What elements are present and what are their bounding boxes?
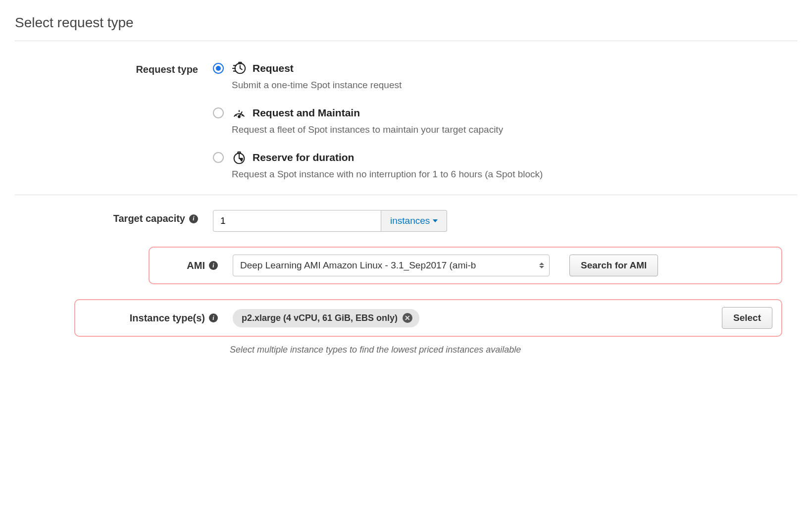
divider xyxy=(15,41,797,41)
radio-option-request[interactable]: Request Submit a one-time Spot instance … xyxy=(213,61,688,91)
clock-fast-icon xyxy=(232,61,247,76)
label-text: Request type xyxy=(136,64,198,75)
target-capacity-input[interactable] xyxy=(213,210,381,232)
instance-types-help: Select multiple instance types to find t… xyxy=(230,345,547,355)
radio-title: Request xyxy=(253,62,294,74)
label-text: Target capacity xyxy=(113,213,185,224)
instance-type-tag: p2.xlarge (4 vCPU, 61 GiB, EBS only) ✕ xyxy=(233,309,419,327)
label-ami: AMI i xyxy=(158,260,223,271)
select-instance-types-button[interactable]: Select xyxy=(722,307,772,329)
clock-duration-icon xyxy=(232,150,247,165)
divider xyxy=(15,195,797,195)
unit-label: instances xyxy=(390,215,430,226)
row-instance-types: Instance type(s) i p2.xlarge (4 vCPU, 61… xyxy=(15,299,797,337)
chevron-down-icon xyxy=(433,219,438,222)
section-title: Select request type xyxy=(15,15,797,31)
info-icon[interactable]: i xyxy=(209,261,218,270)
search-ami-button[interactable]: Search for AMI xyxy=(569,255,658,276)
row-ami: AMI i Deep Learning AMI Amazon Linux - 3… xyxy=(15,247,797,284)
svg-rect-4 xyxy=(238,152,241,154)
remove-tag-icon[interactable]: ✕ xyxy=(403,313,412,323)
label-target-capacity: Target capacity i xyxy=(15,210,213,224)
info-icon[interactable]: i xyxy=(209,313,218,322)
radio-input[interactable] xyxy=(213,63,224,74)
row-target-capacity: Target capacity i instances xyxy=(15,210,797,232)
select-arrows-icon xyxy=(539,262,544,268)
request-type-options: Request Submit a one-time Spot instance … xyxy=(213,61,688,180)
radio-option-reserve-duration[interactable]: Reserve for duration Request a Spot inst… xyxy=(213,150,688,180)
radio-input[interactable] xyxy=(213,107,224,118)
row-request-type: Request type Request Submit a one-time S… xyxy=(15,61,797,180)
radio-desc: Request a Spot instance with no interrup… xyxy=(232,169,543,180)
target-capacity-group: instances xyxy=(213,210,688,232)
radio-title: Request and Maintain xyxy=(253,107,360,119)
radio-title: Reserve for duration xyxy=(253,152,354,163)
radio-input[interactable] xyxy=(213,152,224,163)
radio-desc: Request a fleet of Spot instances to mai… xyxy=(232,124,503,135)
info-icon[interactable]: i xyxy=(189,214,198,223)
label-text: AMI xyxy=(187,260,205,271)
label-request-type: Request type xyxy=(15,61,213,75)
label-text: Instance type(s) xyxy=(130,312,205,324)
ami-selected-text: Deep Learning AMI Amazon Linux - 3.1_Sep… xyxy=(240,260,476,270)
radio-option-request-maintain[interactable]: Request and Maintain Request a fleet of … xyxy=(213,105,688,135)
ami-select[interactable]: Deep Learning AMI Amazon Linux - 3.1_Sep… xyxy=(233,255,550,276)
tag-text: p2.xlarge (4 vCPU, 61 GiB, EBS only) xyxy=(242,313,398,323)
label-instance-types: Instance type(s) i xyxy=(84,312,223,324)
gauge-icon xyxy=(232,105,247,120)
target-capacity-unit-dropdown[interactable]: instances xyxy=(381,210,447,232)
radio-desc: Submit a one-time Spot instance request xyxy=(232,80,402,91)
